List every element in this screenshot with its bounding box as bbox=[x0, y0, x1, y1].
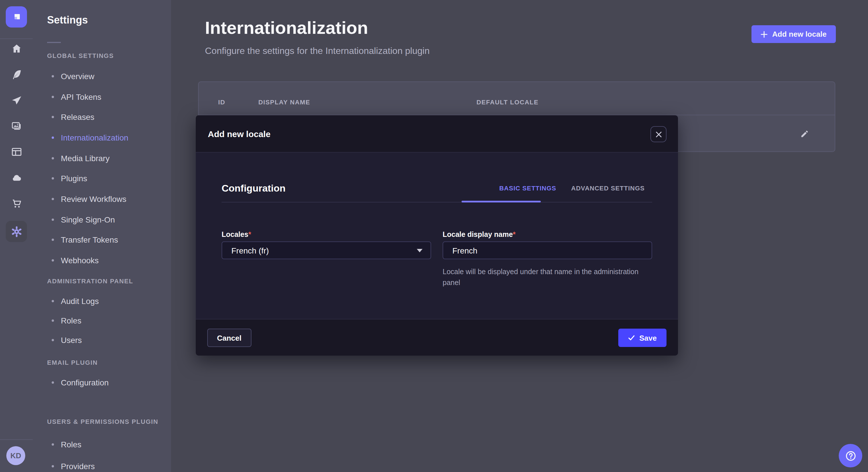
tab-advanced-settings[interactable]: ADVANCED SETTINGS bbox=[564, 185, 652, 192]
locales-select-value: French (fr) bbox=[231, 246, 269, 255]
display-name-hint: Locale will be displayed under that name… bbox=[443, 267, 649, 288]
tabs-divider bbox=[222, 202, 652, 202]
app-root: KD Settings GLOBAL SETTINGS Overview API… bbox=[0, 0, 868, 472]
add-locale-modal: Add new locale Configuration BASIC SETTI… bbox=[196, 115, 678, 356]
display-name-input[interactable] bbox=[443, 241, 652, 259]
configuration-heading: Configuration bbox=[222, 183, 286, 194]
save-button[interactable]: Save bbox=[618, 329, 666, 347]
modal-footer: Cancel Save bbox=[196, 319, 678, 356]
display-name-field-label: Locale display name* bbox=[443, 231, 516, 239]
active-tab-underline bbox=[462, 201, 541, 202]
close-icon bbox=[655, 131, 662, 137]
modal-header: Add new locale bbox=[196, 115, 678, 153]
locales-field-label: Locales* bbox=[222, 231, 251, 239]
check-icon bbox=[628, 334, 634, 341]
locales-select[interactable]: French (fr) bbox=[222, 241, 431, 259]
modal-close-button[interactable] bbox=[650, 126, 666, 142]
chevron-down-icon bbox=[417, 248, 423, 252]
modal-body: Configuration BASIC SETTINGS ADVANCED SE… bbox=[196, 153, 678, 319]
tab-basic-settings[interactable]: BASIC SETTINGS bbox=[492, 185, 564, 192]
cancel-button[interactable]: Cancel bbox=[207, 329, 251, 347]
modal-tabs: BASIC SETTINGS ADVANCED SETTINGS bbox=[492, 185, 652, 192]
required-asterisk: * bbox=[513, 231, 516, 239]
required-asterisk: * bbox=[248, 231, 251, 239]
modal-title: Add new locale bbox=[208, 129, 270, 139]
